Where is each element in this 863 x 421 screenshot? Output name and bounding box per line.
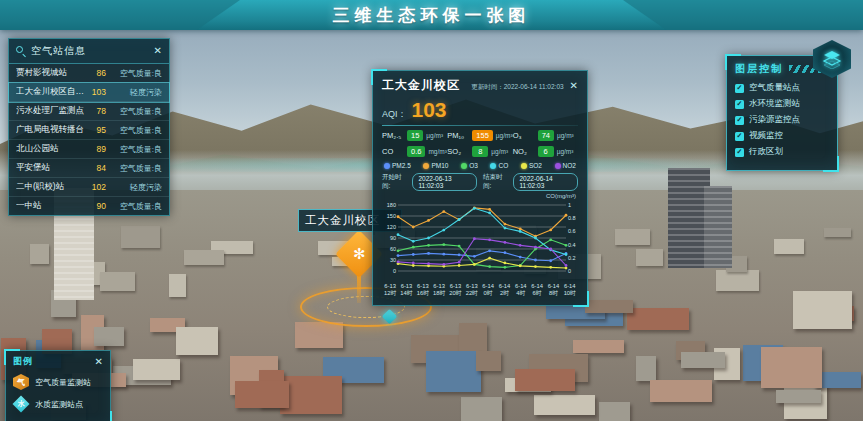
svg-text:0.8: 0.8 bbox=[568, 215, 576, 221]
eco-map-dashboard: 三维生态环保一张图 空气站信息 ✕ 贾村影视城站 86 空气质量:良工大金川校区… bbox=[0, 0, 863, 421]
x-tick-label: 6-146时 bbox=[529, 283, 545, 297]
station-name: 污水处理厂监测点 bbox=[16, 105, 88, 117]
station-row[interactable]: 平安堡站 84 空气质量:良 bbox=[9, 159, 169, 178]
layer-panel-title: 图层控制 bbox=[735, 62, 783, 76]
station-status: 空气质量:良 bbox=[110, 201, 162, 212]
layer-label: 水环境监测站 bbox=[749, 98, 800, 110]
station-aqi: 102 bbox=[88, 182, 110, 192]
pollutant-metric: SO₂8µg/m³ bbox=[447, 146, 512, 157]
close-icon[interactable]: ✕ bbox=[154, 46, 162, 56]
station-row[interactable]: 北山公园站 89 空气质量:良 bbox=[9, 140, 169, 159]
legend-dot bbox=[384, 163, 390, 169]
pollutant-metric: PM₂.₅15µg/m³ bbox=[382, 130, 447, 141]
station-row[interactable]: 二中(职校)站 102 轻度污染 bbox=[9, 178, 169, 197]
legend-entry[interactable]: O3 bbox=[461, 162, 478, 169]
start-time-input[interactable]: 2022-06-13 11:02:03 bbox=[412, 173, 477, 191]
air-station-icon: 气 bbox=[13, 374, 29, 390]
svg-text:60: 60 bbox=[390, 246, 396, 252]
layer-item[interactable]: ✓ 空气质量站点 bbox=[735, 82, 829, 94]
station-list-panel: 空气站信息 ✕ 贾村影视城站 86 空气质量:良工大金川校区自动站 103 轻度… bbox=[8, 38, 170, 216]
pollutant-metric: O₃74µg/m³ bbox=[513, 130, 578, 141]
layer-item[interactable]: ✓ 水环境监测站 bbox=[735, 98, 829, 110]
start-time-label: 开始时间: bbox=[382, 173, 406, 191]
x-axis-labels: 6-1312时6-1314时6-1316时6-1318时6-1320时6-132… bbox=[382, 283, 578, 297]
svg-text:0: 0 bbox=[393, 268, 396, 274]
station-aqi: 90 bbox=[88, 201, 110, 211]
legend-dot bbox=[490, 163, 496, 169]
legend-entry[interactable]: SO2 bbox=[521, 162, 542, 169]
station-aqi: 84 bbox=[88, 163, 110, 173]
search-icon[interactable] bbox=[16, 46, 26, 56]
x-tick-label: 6-148时 bbox=[545, 283, 561, 297]
layer-label: 行政区划 bbox=[749, 146, 783, 158]
checkbox-checked-icon[interactable]: ✓ bbox=[735, 100, 744, 109]
x-tick-label: 6-1312时 bbox=[382, 283, 398, 297]
x-tick-label: 6-142时 bbox=[496, 283, 512, 297]
checkbox-checked-icon[interactable]: ✓ bbox=[735, 132, 744, 141]
station-name: 广电局电视转播台 bbox=[16, 124, 88, 136]
svg-text:180: 180 bbox=[387, 202, 396, 208]
svg-text:0.6: 0.6 bbox=[568, 228, 576, 234]
legend-entry[interactable]: NO2 bbox=[555, 162, 576, 169]
station-panel-title: 空气站信息 bbox=[31, 44, 149, 58]
legend-entry[interactable]: PM10 bbox=[423, 162, 448, 169]
x-tick-label: 6-1316时 bbox=[415, 283, 431, 297]
station-aqi: 89 bbox=[88, 144, 110, 154]
layer-label: 空气质量站点 bbox=[749, 82, 800, 94]
pollutant-trend-chart: 030609012015018000.20.40.60.81 6-1312时6-… bbox=[382, 199, 578, 297]
station-aqi: 95 bbox=[88, 125, 110, 135]
station-name: 贾村影视城站 bbox=[16, 67, 88, 79]
checkbox-checked-icon[interactable]: ✓ bbox=[735, 148, 744, 157]
layer-label: 污染源监控点 bbox=[749, 114, 800, 126]
station-row[interactable]: 贾村影视城站 86 空气质量:良 bbox=[9, 64, 169, 83]
aqi-value: 103 bbox=[412, 98, 447, 122]
end-time-label: 结束时间: bbox=[483, 173, 507, 191]
legend-close-icon[interactable]: ✕ bbox=[95, 357, 103, 367]
station-row[interactable]: 广电局电视转播台 95 空气质量:良 bbox=[9, 121, 169, 140]
legend-item: 气空气质量监测站 bbox=[13, 374, 103, 390]
x-tick-label: 6-1318时 bbox=[431, 283, 447, 297]
layers-icon bbox=[822, 49, 842, 69]
station-row[interactable]: 污水处理厂监测点 78 空气质量:良 bbox=[9, 102, 169, 121]
legend-list: 气空气质量监测站水水质监测站点 bbox=[13, 374, 103, 412]
svg-text:30: 30 bbox=[390, 257, 396, 263]
x-tick-label: 6-1322时 bbox=[464, 283, 480, 297]
end-time-input[interactable]: 2022-06-14 11:02:03 bbox=[513, 173, 578, 191]
layer-item[interactable]: ✓ 视频监控 bbox=[735, 130, 829, 142]
legend-item-label: 水质监测站点 bbox=[35, 399, 83, 410]
layer-item[interactable]: ✓ 污染源监控点 bbox=[735, 114, 829, 126]
legend-entry[interactable]: CO bbox=[490, 162, 508, 169]
update-time: 更新时间：2022-06-14 11:02:03 bbox=[466, 83, 564, 92]
chart-canvas: 030609012015018000.20.40.60.81 bbox=[382, 199, 580, 279]
legend-dot bbox=[521, 163, 527, 169]
checkbox-checked-icon[interactable]: ✓ bbox=[735, 84, 744, 93]
time-range-row: 开始时间: 2022-06-13 11:02:03 结束时间: 2022-06-… bbox=[382, 173, 578, 191]
pollutant-metric: PM₁₀155µg/m³ bbox=[447, 130, 512, 141]
station-name: 一中站 bbox=[16, 200, 88, 212]
popup-close-icon[interactable]: ✕ bbox=[570, 81, 578, 91]
svg-text:1: 1 bbox=[568, 202, 571, 208]
legend-dot bbox=[461, 163, 467, 169]
popup-title: 工大金川校区 bbox=[382, 77, 460, 94]
station-aqi: 103 bbox=[88, 87, 110, 97]
station-status: 轻度污染 bbox=[110, 182, 162, 193]
x-tick-label: 6-144时 bbox=[513, 283, 529, 297]
station-status: 空气质量:良 bbox=[110, 125, 162, 136]
page-title: 三维生态环保一张图 bbox=[333, 4, 531, 27]
station-row[interactable]: 一中站 90 空气质量:良 bbox=[9, 197, 169, 215]
svg-text:0.2: 0.2 bbox=[568, 255, 576, 261]
checkbox-checked-icon[interactable]: ✓ bbox=[735, 116, 744, 125]
station-status: 轻度污染 bbox=[110, 87, 162, 98]
station-detail-popup: 工大金川校区 更新时间：2022-06-14 11:02:03 ✕ AQI： 1… bbox=[372, 70, 588, 306]
station-name: 二中(职校)站 bbox=[16, 181, 88, 193]
station-status: 空气质量:良 bbox=[110, 163, 162, 174]
legend-entry[interactable]: PM2.5 bbox=[384, 162, 411, 169]
x-tick-label: 6-140时 bbox=[480, 283, 496, 297]
layer-item[interactable]: ✓ 行政区划 bbox=[735, 146, 829, 158]
station-row[interactable]: 工大金川校区自动站 103 轻度污染 bbox=[9, 83, 169, 102]
station-aqi: 78 bbox=[88, 106, 110, 116]
legend-item-label: 空气质量监测站 bbox=[35, 377, 91, 388]
svg-text:0.4: 0.4 bbox=[568, 242, 576, 248]
pollutant-metric: NO₂6µg/m³ bbox=[513, 146, 578, 157]
legend-title: 图例 bbox=[13, 355, 95, 368]
